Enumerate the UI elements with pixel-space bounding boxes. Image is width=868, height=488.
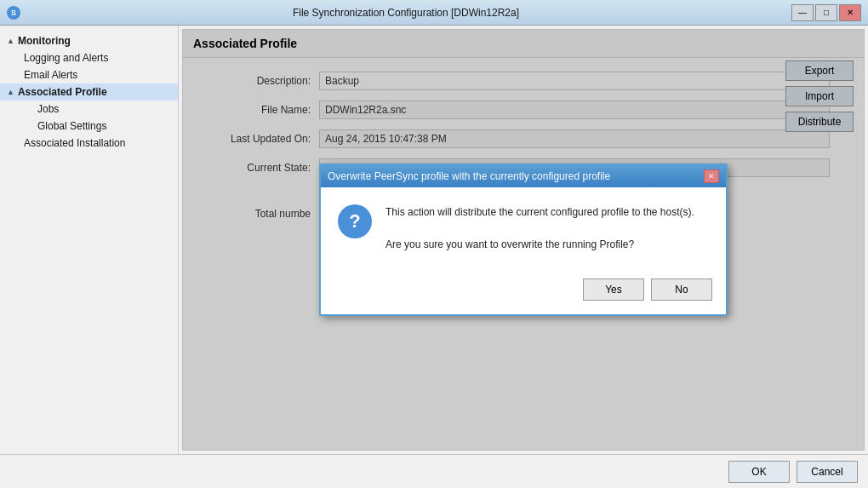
dialog-close-button[interactable]: ✕ (704, 169, 719, 183)
sidebar-item-label: Monitoring (18, 35, 71, 47)
cancel-button[interactable]: Cancel (797, 461, 858, 483)
sidebar-item-email-alerts[interactable]: Email Alerts (0, 66, 178, 83)
sidebar-item-logging-alerts[interactable]: Logging and Alerts (0, 49, 178, 66)
tree-arrow-icon: ▲ (7, 37, 14, 45)
dialog-footer: Yes No (321, 270, 726, 314)
sidebar-item-label: Logging and Alerts (24, 52, 108, 64)
content-area: Associated Profile Export Import Distrib… (182, 29, 865, 451)
dialog-title: Overwrite PeerSync profile with the curr… (328, 170, 610, 182)
dialog-title-bar: Overwrite PeerSync profile with the curr… (321, 165, 726, 187)
window-controls: — □ ✕ (791, 4, 861, 21)
maximize-button[interactable]: □ (815, 4, 837, 21)
main-layout: ▲MonitoringLogging and AlertsEmail Alert… (0, 26, 868, 454)
sidebar-item-associated-installation[interactable]: Associated Installation (0, 135, 178, 152)
no-button[interactable]: No (651, 278, 712, 301)
dialog-message1: This action will distribute the current … (385, 204, 709, 221)
sidebar-item-global-settings[interactable]: Global Settings (0, 118, 178, 135)
app-icon: S (7, 6, 20, 20)
minimize-button[interactable]: — (791, 4, 814, 21)
close-button[interactable]: ✕ (839, 4, 861, 21)
sidebar-item-label: Associated Installation (24, 137, 125, 149)
sidebar: ▲MonitoringLogging and AlertsEmail Alert… (0, 26, 179, 454)
title-bar: S File Synchronization Configuration [DD… (0, 0, 868, 26)
dialog-message2: Are you sure you want to overwrite the r… (385, 237, 709, 253)
question-icon: ? (338, 204, 372, 238)
yes-button[interactable]: Yes (583, 278, 644, 301)
sidebar-item-associated-profile[interactable]: ▲Associated Profile (0, 83, 178, 100)
sidebar-item-label: Global Settings (37, 120, 106, 132)
modal-overlay: Overwrite PeerSync profile with the curr… (183, 30, 864, 450)
bottom-bar: OK Cancel (0, 454, 868, 488)
sidebar-item-jobs[interactable]: Jobs (0, 100, 178, 118)
sidebar-item-monitoring[interactable]: ▲Monitoring (0, 32, 178, 49)
sidebar-item-label: Jobs (37, 103, 59, 115)
dialog: Overwrite PeerSync profile with the curr… (319, 164, 728, 317)
sidebar-item-label: Email Alerts (24, 69, 77, 81)
dialog-text: This action will distribute the current … (385, 204, 709, 254)
tree-arrow-icon: ▲ (7, 88, 14, 96)
ok-button[interactable]: OK (728, 461, 790, 483)
dialog-body: ? This action will distribute the curren… (321, 187, 726, 271)
sidebar-item-label: Associated Profile (18, 86, 107, 98)
window-title: File Synchronization Configuration [DDWi… (20, 7, 791, 19)
